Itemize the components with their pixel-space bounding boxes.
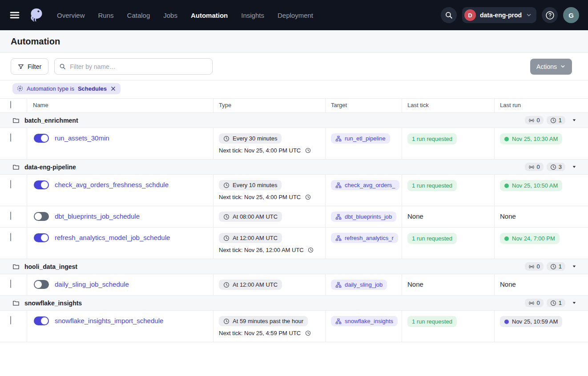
table-header-row: Name Type Target Last tick Last run (0, 99, 588, 113)
deployment-badge: D (464, 9, 476, 21)
group-row-batch_enrichment[interactable]: batch_enrichment 0 1 (0, 113, 588, 128)
success-dot-icon (504, 184, 509, 188)
target-pill[interactable]: dbt_blueprints_job (331, 212, 396, 222)
target-pill[interactable]: run_etl_pipeline (331, 133, 390, 144)
last-run-link[interactable]: Nov 25, 10:59 AM (500, 316, 562, 327)
job-graph-icon (335, 282, 342, 288)
target-pill[interactable]: refresh_analytics_r (331, 233, 398, 243)
col-header-target: Target (326, 99, 402, 112)
name-filter-input[interactable] (54, 58, 213, 75)
dagster-logo-icon[interactable] (27, 6, 45, 24)
col-header-type: Type (213, 99, 326, 112)
deployment-name: data-eng-prod (480, 12, 522, 19)
next-tick-text: Next tick: Nov 25, 4:00 PM UTC (219, 147, 311, 154)
nav-right-controls: D data-eng-prod G (441, 7, 579, 23)
collapse-group-button[interactable] (571, 117, 578, 124)
row-checkbox[interactable] (10, 212, 11, 220)
schedule-name-link[interactable]: dbt_blueprints_job_schedule (55, 212, 140, 221)
help-button[interactable] (542, 7, 558, 23)
schedule-toggle[interactable] (34, 280, 49, 289)
select-all-checkbox[interactable] (10, 101, 11, 108)
target-pill[interactable]: daily_sling_job (331, 280, 387, 290)
page-header: Automation (0, 30, 588, 53)
search-button[interactable] (441, 7, 457, 23)
schedule-name-link[interactable]: run_assets_30min (55, 133, 109, 143)
job-graph-icon (335, 182, 342, 188)
nav-item-jobs[interactable]: Jobs (163, 12, 177, 19)
schedule-name-link[interactable]: daily_sling_job_schedule (55, 280, 129, 289)
schedule-toggle[interactable] (34, 180, 49, 189)
clock-icon (550, 117, 556, 124)
name-filter (54, 58, 213, 75)
sensor-icon (528, 164, 535, 170)
last-tick-status: 1 run requested (407, 233, 457, 244)
last-run-link[interactable]: Nov 25, 10:50 AM (500, 180, 562, 191)
schedule-toggle[interactable] (34, 316, 49, 325)
success-dot-icon (504, 137, 509, 141)
job-graph-icon (335, 136, 342, 142)
clock-icon (305, 194, 311, 200)
filter-chip-automation-type[interactable]: Automation type is Schedules (12, 83, 121, 94)
last-run-link[interactable]: Nov 25, 10:30 AM (500, 133, 562, 144)
close-icon[interactable] (110, 86, 116, 92)
group-row-data-eng-pipeline[interactable]: data-eng-pipeline 0 3 (0, 160, 588, 175)
dashed-circle-plus-icon (17, 85, 23, 92)
clock-icon (550, 264, 556, 270)
schedule-name-link[interactable]: snowflake_insights_import_schedule (55, 316, 163, 325)
actions-button[interactable]: Actions (530, 59, 572, 75)
schedule-interval-pill: At 12:00 AM UTC (219, 280, 282, 290)
row-checkbox[interactable] (10, 280, 11, 288)
page-title: Automation (11, 36, 60, 47)
deployment-switcher[interactable]: D data-eng-prod (462, 7, 536, 23)
group-name: batch_enrichment (24, 117, 78, 124)
folder-icon (12, 263, 20, 270)
schedule-interval-pill: At 12:00 AM UTC (219, 233, 282, 243)
group-row-hooli_data_ingest[interactable]: hooli_data_ingest 0 1 (0, 259, 588, 274)
col-header-last-run: Last run (495, 99, 588, 112)
next-tick-text: Next tick: Nov 25, 4:59 PM UTC (219, 330, 311, 336)
target-pill[interactable]: check_avg_orders_ (331, 180, 399, 190)
schedule-name-link[interactable]: refresh_analytics_model_job_schedule (55, 233, 170, 242)
collapse-group-button[interactable] (571, 164, 578, 171)
row-checkbox[interactable] (10, 180, 11, 188)
filter-button-label: Filter (28, 63, 41, 70)
row-checkbox[interactable] (10, 316, 11, 324)
group-name: data-eng-pipeline (24, 164, 76, 171)
filter-button[interactable]: Filter (11, 58, 48, 75)
row-checkbox[interactable] (10, 233, 11, 241)
nav-item-catalog[interactable]: Catalog (127, 12, 150, 19)
actions-button-label: Actions (536, 63, 557, 70)
target-pill[interactable]: snowflake_insights (331, 316, 398, 326)
group-name: hooli_data_ingest (24, 263, 77, 270)
nav-item-deployment[interactable]: Deployment (278, 12, 313, 19)
nav-item-automation[interactable]: Automation (191, 12, 228, 19)
schedule-toggle[interactable] (34, 233, 49, 242)
group-row-snowflake_insights[interactable]: snowflake_insights 0 1 (0, 296, 588, 311)
automation-table: Name Type Target Last tick Last run batc… (0, 99, 588, 342)
clock-icon (223, 235, 230, 241)
toolbar: Filter Actions (0, 53, 588, 80)
job-graph-icon (335, 318, 342, 324)
schedule-toggle[interactable] (34, 134, 49, 143)
nav-item-overview[interactable]: Overview (57, 12, 85, 19)
schedule-row-snowflake_insights_import_schedule: snowflake_insights_import_schedule At 59… (0, 311, 588, 342)
row-checkbox[interactable] (10, 133, 11, 142)
collapse-group-button[interactable] (571, 300, 578, 307)
schedule-toggle[interactable] (34, 212, 49, 221)
filter-chip-prefix: Automation type is (27, 85, 74, 92)
col-header-name: Name (27, 99, 213, 112)
schedule-count-badge: 1 (547, 116, 565, 124)
nav-item-runs[interactable]: Runs (98, 12, 114, 19)
last-run-link[interactable]: Nov 24, 7:00 PM (500, 233, 560, 244)
funnel-icon (18, 64, 24, 70)
success-dot-icon (504, 236, 509, 241)
last-tick-status: 1 run requested (407, 316, 457, 327)
clock-icon (305, 330, 311, 336)
user-avatar[interactable]: G (563, 7, 579, 23)
schedule-name-link[interactable]: check_avg_orders_freshness_schdule (55, 180, 169, 189)
nav-item-insights[interactable]: Insights (241, 12, 264, 19)
last-tick-status: 1 run requested (407, 133, 457, 144)
collapse-group-button[interactable] (571, 263, 578, 270)
hamburger-menu-icon[interactable] (9, 9, 20, 21)
last-tick-none: None (407, 280, 423, 288)
